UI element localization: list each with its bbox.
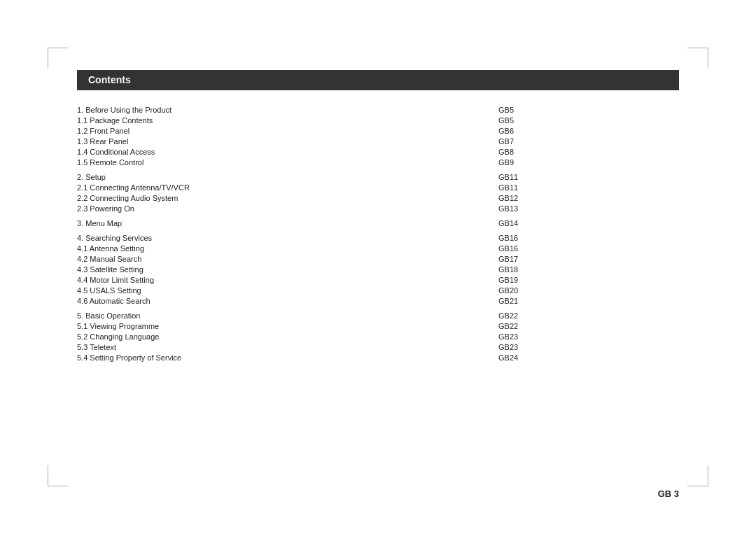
toc-page: GB5 [498,104,679,115]
toc-page: GB16 [498,243,679,253]
toc-label: 1.1 Package Contents [77,115,498,125]
main-content: Contents 1. Before Using the ProductGB51… [77,70,679,471]
toc-label: 2.3 Powering On [77,203,498,213]
toc-page: GB12 [498,192,679,203]
toc-page: GB23 [498,331,679,342]
toc-row: 2.1 Connecting Antenna/TV/VCRGB11 [77,182,679,192]
toc-row: 1.4 Conditional AccessGB8 [77,146,679,157]
toc-label: 5.2 Changing Language [77,331,498,342]
toc-label: 5.1 Viewing Programme [77,321,498,331]
crop-mark-tl-v [48,48,48,69]
toc-row: 4.5 USALS SettingGB20 [77,285,679,295]
crop-mark-tl-h [48,48,69,48]
toc-row: 4.1 Antenna SettingGB16 [77,243,679,253]
toc-row: 2.3 Powering OnGB13 [77,203,679,213]
toc-row: 5.3 TeletextGB23 [77,342,679,352]
header-divider [77,90,679,90]
toc-page: GB5 [498,115,679,125]
toc-label: 2.1 Connecting Antenna/TV/VCR [77,182,498,192]
toc-label: 4.6 Automatic Search [77,295,498,306]
toc-row: 5.4 Setting Property of ServiceGB24 [77,352,679,363]
toc-label: 1.3 Rear Panel [77,136,498,146]
toc-page: GB13 [498,203,679,213]
toc-row: 1.1 Package ContentsGB5 [77,115,679,125]
toc-row: 1. Before Using the ProductGB5 [77,104,679,115]
toc-label: 3. Menu Map [77,218,498,228]
toc-page: GB9 [498,157,679,167]
toc-label: 1.4 Conditional Access [77,146,498,157]
toc-page: GB22 [498,321,679,331]
toc-page: GB11 [498,182,679,192]
toc-row: 2. SetupGB11 [77,171,679,182]
toc-label: 5.4 Setting Property of Service [77,352,498,363]
toc-page: GB20 [498,285,679,295]
toc-label: 4. Searching Services [77,232,498,243]
toc-row: 4.2 Manual SearchGB17 [77,253,679,264]
page-number: GB 3 [658,489,679,499]
toc-row: 4.3 Satellite SettingGB18 [77,264,679,274]
toc-row: 4.6 Automatic SearchGB21 [77,295,679,306]
toc-label: 1.2 Front Panel [77,125,498,136]
crop-mark-br-h [687,486,708,486]
toc-row: 2.2 Connecting Audio SystemGB12 [77,192,679,203]
toc-row: 4. Searching ServicesGB16 [77,232,679,243]
crop-mark-bl-v [48,465,48,486]
toc-label: 1. Before Using the Product [77,104,498,115]
crop-mark-bl-h [48,486,69,486]
toc-row: 4.4 Motor Limit SettingGB19 [77,274,679,285]
toc-page: GB8 [498,146,679,157]
toc-row: 1.5 Remote ControlGB9 [77,157,679,167]
toc-table: 1. Before Using the ProductGB51.1 Packag… [77,104,679,363]
toc-page: GB24 [498,352,679,363]
toc-label: 5. Basic Operation [77,310,498,321]
toc-page: GB22 [498,310,679,321]
toc-page: GB6 [498,125,679,136]
toc-page: GB11 [498,171,679,182]
toc-label: 4.3 Satellite Setting [77,264,498,274]
toc-row: 3. Menu MapGB14 [77,218,679,228]
toc-page: GB18 [498,264,679,274]
toc-row: 5.1 Viewing ProgrammeGB22 [77,321,679,331]
toc-label: 1.5 Remote Control [77,157,498,167]
crop-mark-tr-v [708,48,708,69]
toc-label: 5.3 Teletext [77,342,498,352]
toc-label: 2.2 Connecting Audio System [77,192,498,203]
toc-label: 4.1 Antenna Setting [77,243,498,253]
toc-row: 5.2 Changing LanguageGB23 [77,331,679,342]
toc-label: 4.5 USALS Setting [77,285,498,295]
toc-label: 4.4 Motor Limit Setting [77,274,498,285]
toc-page: GB17 [498,253,679,264]
contents-title: Contents [88,74,131,85]
toc-page: GB19 [498,274,679,285]
toc-page: GB14 [498,218,679,228]
toc-row: 1.3 Rear PanelGB7 [77,136,679,146]
crop-mark-br-v [708,465,708,486]
crop-mark-tr-h [687,48,708,48]
toc-page: GB16 [498,232,679,243]
toc-row: 5. Basic OperationGB22 [77,310,679,321]
toc-row: 1.2 Front PanelGB6 [77,125,679,136]
toc-label: 4.2 Manual Search [77,253,498,264]
page: Contents 1. Before Using the ProductGB51… [0,0,756,534]
contents-header: Contents [77,70,679,90]
toc-page: GB7 [498,136,679,146]
toc-page: GB21 [498,295,679,306]
toc-page: GB23 [498,342,679,352]
toc-label: 2. Setup [77,171,498,182]
